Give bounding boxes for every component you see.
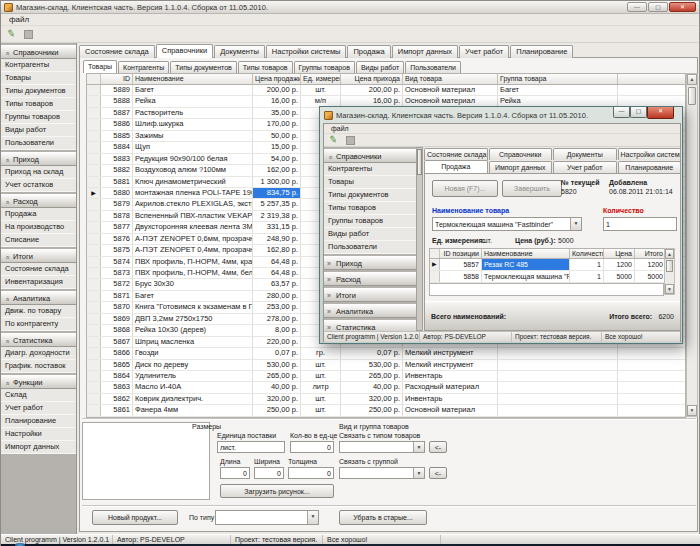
nav-item[interactable]: Движ. по товару xyxy=(1,305,76,318)
col-header-purchase-price[interactable]: Цена прихода xyxy=(341,74,403,84)
nav-section-header[interactable]: » Расход xyxy=(324,272,416,286)
col-header-name[interactable]: Наименование xyxy=(133,74,253,84)
nav-item[interactable]: Приход на склад xyxy=(1,166,76,179)
nav-item[interactable]: Учет остатков xyxy=(1,179,76,192)
nav-item[interactable]: На производство xyxy=(1,221,76,234)
nav-item[interactable]: По контрагенту xyxy=(1,318,76,331)
nav-item[interactable]: Виды работ xyxy=(1,124,76,137)
new-product-button[interactable]: Новый продукт... xyxy=(92,510,178,525)
nav-section-header[interactable]: » Расход xyxy=(1,194,76,208)
directory-tab[interactable]: Контрагенты xyxy=(118,61,169,73)
table-row[interactable]: 5863 Масло И-40А 40,00 р. литр 40,00 р. … xyxy=(87,382,685,393)
nav-section-header[interactable]: » Справочники xyxy=(1,45,76,59)
nav-item[interactable]: Контрагенты xyxy=(1,59,76,72)
col-header-group[interactable]: Группа товара xyxy=(498,74,618,84)
scroll-up-icon[interactable]: ▲ xyxy=(687,74,697,85)
col-header-qty[interactable]: Количество xyxy=(570,249,604,258)
col-header-name[interactable]: Наименование xyxy=(482,249,570,258)
supply-unit-input[interactable] xyxy=(217,441,285,453)
main-tab[interactable]: Состояние склада xyxy=(79,45,155,58)
main-tab[interactable]: Планирование xyxy=(510,45,573,58)
dialog-tab[interactable]: Учет работ xyxy=(553,161,617,173)
by-type-combo[interactable]: ▼ xyxy=(215,510,319,525)
table-row[interactable]: 5862 Коврик диэлектрич. 320,00 р. шт. 32… xyxy=(87,394,685,405)
table-row[interactable]: 5857 Резак RC 485 1 1200 1200 xyxy=(430,259,674,271)
col-header-unit[interactable]: Ед. измерения xyxy=(301,74,341,84)
main-tab[interactable]: Справочники xyxy=(156,44,213,58)
nav-section-header[interactable]: » Статистика xyxy=(324,320,416,331)
nav-item[interactable]: Диагр. доходности xyxy=(1,347,76,360)
nav-item[interactable]: Группы товаров xyxy=(324,215,416,228)
scroll-thumb[interactable] xyxy=(688,87,696,105)
nav-section-header[interactable]: » Итоги xyxy=(1,249,76,263)
nav-item[interactable]: Состояние склада xyxy=(1,263,76,276)
nav-section-header[interactable]: » Приход xyxy=(324,256,416,270)
disabled-tool-button[interactable] xyxy=(22,28,35,41)
quantity-input[interactable] xyxy=(603,217,677,231)
edit-pencil-button[interactable]: ✎ xyxy=(5,28,18,41)
assign-group-button[interactable]: <- xyxy=(429,467,447,479)
scroll-down-icon[interactable]: ▼ xyxy=(687,405,697,416)
dropdown-arrow-icon[interactable]: ▼ xyxy=(570,218,581,230)
new-sale-button[interactable]: Новая (F7)... xyxy=(432,180,498,197)
nav-item[interactable]: Планирование xyxy=(1,415,76,428)
dialog-tab[interactable]: Импорт данных xyxy=(489,161,553,173)
nav-item[interactable]: Учет работ xyxy=(1,402,76,415)
dialog-close-button[interactable]: ✕ xyxy=(647,107,674,119)
nav-section-header[interactable]: » Приход xyxy=(1,152,76,166)
load-image-button[interactable]: Загрузить рисунок... xyxy=(220,484,334,498)
edit-pencil-button[interactable]: ✎ xyxy=(327,134,340,147)
maximize-button[interactable]: ▢ xyxy=(648,2,668,12)
nav-item[interactable]: Товары xyxy=(324,176,416,189)
directory-tab[interactable]: Группы товаров xyxy=(294,61,355,73)
main-tab[interactable]: Документы xyxy=(214,45,265,58)
main-tab[interactable]: Настройки системы xyxy=(266,45,347,58)
nav-item[interactable]: Склад xyxy=(1,389,76,402)
finish-sale-button[interactable]: Завершить xyxy=(502,180,562,197)
dropdown-arrow-icon[interactable]: ▼ xyxy=(413,442,424,452)
assign-type-button[interactable]: <- xyxy=(429,441,447,453)
directory-tab[interactable]: Типы документов xyxy=(170,61,237,73)
dialog-minimize-button[interactable]: — xyxy=(613,107,630,118)
scroll-down-icon[interactable]: ▼ xyxy=(665,284,674,294)
directory-tab[interactable]: Пользователи xyxy=(405,61,461,73)
minimize-button[interactable]: — xyxy=(627,2,647,12)
table-row[interactable]: 5858 Термоклеющая машина "Fastbi 1 5000 … xyxy=(430,271,674,283)
nav-item[interactable]: График. поставок xyxy=(1,360,76,373)
dialog-tab[interactable]: Настройки системы xyxy=(618,148,682,160)
remove-old-button[interactable]: Убрать в старые... xyxy=(339,510,427,525)
col-header-price[interactable]: Цена xyxy=(604,249,635,258)
nav-item[interactable]: Инвентаризация xyxy=(1,276,76,289)
table-row[interactable]: 5861 Фанера 4мм 250,00 р. шт. 250,00 р. … xyxy=(87,405,685,416)
link-group-combo[interactable]: ▼ xyxy=(339,467,425,479)
nav-item[interactable]: Типы документов xyxy=(1,85,76,98)
table-row[interactable]: 5865 Диск по дереву 530,00 р. шт. 530,00… xyxy=(87,360,685,371)
directory-tab[interactable]: Товары xyxy=(83,60,117,73)
nav-section-header[interactable]: » Справочники xyxy=(324,149,416,163)
link-type-combo[interactable]: ▼ xyxy=(339,441,425,453)
directory-tab[interactable]: Типы товаров xyxy=(238,61,293,73)
nav-item[interactable]: Типы товаров xyxy=(324,202,416,215)
length-input[interactable] xyxy=(220,467,250,479)
nav-section-header[interactable]: » Аналитика xyxy=(324,304,416,318)
nav-item[interactable]: Виды работ xyxy=(324,228,416,241)
product-combo[interactable]: Термоклеющая машина "Fastbinder" ▼ xyxy=(432,217,582,231)
table-row[interactable]: 5889 Багет 200,00 р. шт. 200,00 р. Основ… xyxy=(87,85,685,96)
scroll-up-icon[interactable]: ▲ xyxy=(665,249,674,259)
nav-item[interactable]: Типы документов xyxy=(324,189,416,202)
dialog-tab[interactable]: Документы xyxy=(553,148,617,160)
dialog-tab[interactable]: Планирование xyxy=(618,161,682,173)
dialog-tab[interactable]: Справочники xyxy=(489,148,553,160)
nav-item[interactable]: Товары xyxy=(1,72,76,85)
dropdown-arrow-icon[interactable]: ▼ xyxy=(307,511,318,524)
nav-item[interactable]: Контрагенты xyxy=(324,163,416,176)
nav-item[interactable]: Продажа xyxy=(1,208,76,221)
nav-item[interactable]: Импорт данных xyxy=(1,441,76,454)
table-scrollbar[interactable]: ▲ ▼ xyxy=(686,73,698,417)
sale-items-scrollbar[interactable]: ▲ ▼ xyxy=(664,248,675,295)
scroll-thumb[interactable] xyxy=(417,149,422,175)
close-button[interactable]: ✕ xyxy=(669,2,696,12)
qty-per-unit-input[interactable] xyxy=(290,441,334,453)
nav-section-header[interactable]: » Аналитика xyxy=(1,291,76,305)
nav-item[interactable]: Пользователи xyxy=(324,241,416,254)
